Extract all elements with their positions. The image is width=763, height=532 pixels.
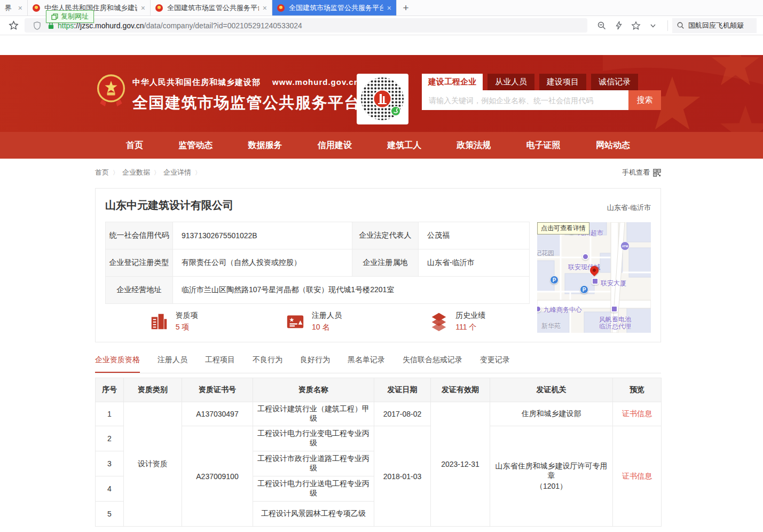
stat-label: 资质项	[176, 311, 198, 320]
field-label: 企业注册属地	[352, 249, 419, 277]
stat-value: 5 项	[176, 323, 198, 332]
tab-registered-personnel[interactable]: 注册人员	[158, 355, 187, 373]
reg-type-value: 有限责任公司（自然人投资或控股）	[173, 249, 352, 277]
close-icon[interactable]: ×	[18, 4, 22, 12]
tab-good-behavior[interactable]: 良好行为	[300, 355, 330, 373]
cell-name: 工程设计市政行业道路工程专业丙级	[253, 451, 374, 476]
browser-tab-3-active[interactable]: 全国建筑市场监管公共服务平台 ×	[272, 0, 397, 15]
credit-code-value: 91371302675501022B	[173, 222, 352, 249]
close-icon[interactable]: ×	[387, 4, 391, 12]
search-tab-enterprise[interactable]: 建设工程企业	[422, 74, 483, 90]
nav-policy[interactable]: 政策法规	[457, 140, 491, 151]
qr-code	[357, 74, 408, 124]
search-tab-credit[interactable]: 诚信记录	[591, 74, 638, 90]
browser-search-box[interactable]: 国航回应飞机颠簸	[672, 18, 757, 33]
bookmark-star-icon[interactable]	[6, 19, 20, 33]
stat-track-record: 历史业绩 111 个	[429, 311, 485, 332]
field-label: 企业经营地址	[106, 277, 173, 304]
site-banner: 中华人民共和国住房和城乡建设部 www.mohurd.gov.cn 全国建筑市场…	[0, 55, 763, 132]
field-label: 企业登记注册类型	[106, 249, 173, 277]
copy-icon	[51, 13, 58, 20]
toolbar-actions	[595, 19, 660, 33]
tab-title: 界	[5, 3, 14, 13]
stat-value: 10 名	[312, 323, 342, 332]
search-button[interactable]: 搜索	[628, 90, 661, 110]
url-bar[interactable]: https://jzsc.mohurd.gov.cn/data/company/…	[25, 18, 587, 33]
legal-rep-value: 公茂福	[419, 222, 530, 249]
table-row: 1 设计资质 A137030497 工程设计建筑行业（建筑工程）甲级 2017-…	[96, 402, 662, 426]
breadcrumb-company-detail: 企业详情	[163, 168, 191, 177]
stat-label: 注册人员	[312, 311, 342, 320]
company-location-map[interactable]: 九州超市 ATM 记花园 联安现代城 联安大厦 P P 九峰商务中心 风帆蓄电池…	[537, 222, 651, 333]
site-favicon-icon	[155, 4, 163, 12]
nav-home[interactable]: 首页	[126, 140, 143, 151]
browser-tab-0[interactable]: 界 ×	[0, 0, 28, 15]
company-name: 山东中元建筑设计有限公司	[105, 198, 651, 213]
reg-region-value: 山东省-临沂市	[419, 249, 530, 277]
site-info-shield-icon[interactable]	[30, 19, 44, 33]
search-tab-personnel[interactable]: 从业人员	[487, 74, 534, 90]
map-label-garden: 记花园	[537, 249, 554, 258]
certificate-info-link[interactable]: 证书信息	[622, 472, 652, 480]
detail-tabs: 企业资质资格 注册人员 工程项目 不良行为 良好行为 黑名单记录 失信联合惩戒记…	[95, 355, 661, 373]
company-region: 山东省-临沂市	[607, 203, 651, 213]
nav-supervision[interactable]: 监管动态	[178, 140, 213, 151]
site-favicon-icon	[33, 4, 40, 12]
cell-seq: 1	[96, 402, 124, 426]
nav-e-license[interactable]: 电子证照	[526, 140, 561, 151]
id-card-icon	[285, 311, 305, 332]
nav-workers[interactable]: 建筑工人	[387, 140, 421, 151]
breadcrumb-home[interactable]: 首页	[95, 168, 109, 177]
close-icon[interactable]: ×	[141, 4, 145, 12]
qr-code-icon	[653, 169, 661, 177]
search-tab-project[interactable]: 建设项目	[539, 74, 586, 90]
new-tab-button[interactable]: +	[397, 0, 415, 15]
screen: 界 × 中华人民共和国住房和城乡建设 × 全国建筑市场监管公共服务平台 × 全国…	[0, 0, 763, 532]
cell-valid-until: 2023-12-31	[431, 402, 490, 527]
certificate-info-link[interactable]: 证书信息	[622, 409, 652, 418]
stat-qualifications: 资质项 5 项	[149, 311, 198, 332]
cell-issue-date: 2018-01-03	[374, 426, 431, 527]
tab-dishonesty[interactable]: 失信联合惩戒记录	[403, 355, 462, 373]
mobile-view-button[interactable]: 手机查看	[622, 168, 661, 177]
cell-seq: 3	[96, 451, 124, 476]
col-valid-until: 发证有效期	[431, 378, 490, 402]
stat-label: 历史业绩	[455, 311, 485, 320]
col-issue-date: 发证日期	[374, 378, 431, 402]
cell-seq: 4	[96, 476, 124, 502]
keyword-input[interactable]	[422, 90, 628, 110]
tab-change-records[interactable]: 变更记录	[480, 355, 510, 373]
breadcrumb-company-data[interactable]: 企业数据	[122, 168, 150, 177]
company-stats: 资质项 5 项 注册人员 10 名	[105, 311, 529, 332]
tab-qualifications[interactable]: 企业资质资格	[95, 355, 140, 373]
tab-bad-behavior[interactable]: 不良行为	[253, 355, 282, 373]
header-search: 建设工程企业 从业人员 建设项目 诚信记录 搜索	[422, 74, 661, 110]
nav-data-service[interactable]: 数据服务	[248, 140, 282, 151]
col-cert-no: 资质证书号	[182, 378, 253, 402]
favorite-star-icon[interactable]	[629, 19, 643, 33]
zoom-out-icon[interactable]	[595, 19, 609, 33]
flash-extension-icon[interactable]	[612, 19, 626, 33]
close-icon[interactable]: ×	[263, 4, 267, 12]
cell-authority: 住房和城乡建设部	[490, 402, 613, 426]
tab-blacklist[interactable]: 黑名单记录	[348, 355, 385, 373]
chevron-down-icon[interactable]	[646, 19, 660, 33]
tab-title: 全国建筑市场监管公共服务平台	[289, 3, 383, 13]
main-nav: 首页 监管动态 数据服务 信用建设 建筑工人 政策法规 电子证照 网站动态	[0, 132, 763, 159]
ministry-line: 中华人民共和国住房和城乡建设部 www.mohurd.gov.cn	[132, 77, 360, 88]
browser-tab-2[interactable]: 全国建筑市场监管公共服务平台 ×	[151, 0, 272, 15]
tab-projects[interactable]: 工程项目	[205, 355, 235, 373]
layers-icon	[429, 311, 449, 332]
nav-site-news[interactable]: 网站动态	[596, 140, 630, 151]
site-favicon-icon	[277, 4, 285, 12]
company-card: 山东中元建筑设计有限公司 山东省-临沂市 统一社会信用代码 9137130267…	[95, 188, 661, 342]
address-value: 临沂市兰山区陶然路107号星河晶都（联安）现代城1号楼2201室	[173, 277, 530, 304]
hot-search-text: 国航回应飞机颠簸	[688, 21, 744, 30]
national-emblem-icon	[95, 73, 127, 109]
mobile-view-label: 手机查看	[622, 168, 650, 177]
nav-credit[interactable]: 信用建设	[318, 140, 352, 151]
cell-cert-no: A237009100	[182, 426, 253, 527]
copy-url-label: 复制网址	[61, 12, 89, 21]
cell-cert-no: A137030497	[182, 402, 253, 426]
field-label: 统一社会信用代码	[106, 222, 173, 249]
